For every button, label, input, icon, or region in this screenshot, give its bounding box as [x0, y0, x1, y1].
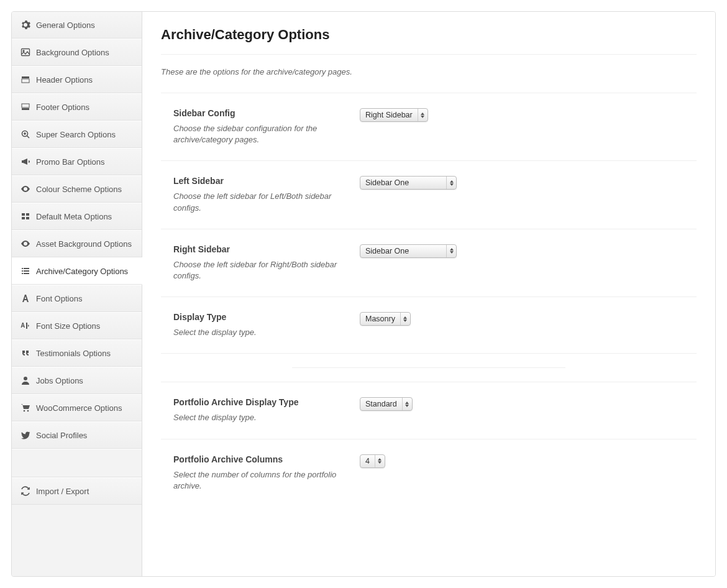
image-icon	[21, 47, 30, 57]
select-portfolio_display_type[interactable]: Standard	[360, 397, 413, 411]
sidebar-item-general[interactable]: General Options	[12, 12, 142, 39]
option-description: Select the display type.	[173, 412, 341, 423]
option-row-sidebar_config: Sidebar ConfigChoose the sidebar configu…	[161, 93, 697, 160]
options-list: Sidebar ConfigChoose the sidebar configu…	[161, 93, 697, 507]
svg-rect-9	[22, 217, 25, 219]
sidebar-item-social[interactable]: Social Profiles	[12, 421, 142, 449]
section-spacer	[161, 353, 697, 382]
svg-point-19	[27, 410, 29, 412]
sidebar-item-label: Social Profiles	[36, 431, 87, 440]
chevron-updown-icon	[418, 109, 428, 121]
sidebar-item-testimonials[interactable]: Testimonials Options	[12, 339, 142, 367]
footer-icon	[21, 102, 30, 112]
sidebar-item-label: WooCommerce Options	[36, 403, 122, 413]
sidebar-item-label: Jobs Options	[36, 376, 83, 385]
sidebar-item-woo[interactable]: WooCommerce Options	[12, 394, 142, 421]
svg-rect-4	[22, 104, 29, 108]
sidebar-item-footer[interactable]: Footer Options	[12, 93, 142, 121]
sidebar-item-label: General Options	[36, 21, 95, 30]
sidebar-item-label: Background Options	[36, 48, 109, 57]
sidebar-item-label: Import / Export	[36, 487, 89, 496]
svg-rect-2	[22, 76, 29, 78]
select-value: 4	[360, 457, 375, 466]
eye-icon	[21, 184, 30, 194]
svg-point-17	[24, 377, 27, 380]
chevron-updown-icon	[375, 455, 385, 467]
sidebar-item-label: Font Options	[36, 294, 82, 303]
sidebar-item-label: Promo Bar Options	[36, 157, 105, 167]
svg-rect-15	[22, 273, 23, 274]
sidebar-gap	[12, 449, 142, 477]
sidebar-item-background[interactable]: Background Options	[12, 39, 142, 66]
page-intro: These are the options for the archive/ca…	[161, 55, 697, 93]
refresh-icon	[21, 486, 30, 496]
page-title: Archive/Category Options	[161, 27, 697, 55]
user-icon	[21, 375, 30, 385]
option-description: Choose the sidebar configuration for the…	[173, 123, 341, 145]
option-title: Left Sidebar	[173, 176, 341, 186]
select-value: Right Sidebar	[360, 111, 418, 119]
sidebar-item-jobs[interactable]: Jobs Options	[12, 367, 142, 394]
option-description: Select the number of columns for the por…	[173, 469, 341, 492]
sidebar-item-promobar[interactable]: Promo Bar Options	[12, 148, 142, 175]
sidebar-item-supersearch[interactable]: Super Search Options	[12, 121, 142, 148]
megaphone-icon	[21, 157, 30, 167]
gear-icon	[21, 20, 30, 30]
list-icon	[21, 266, 30, 276]
select-portfolio_columns[interactable]: 4	[360, 454, 385, 468]
select-value: Sidebar One	[360, 247, 446, 255]
option-title: Portfolio Archive Display Type	[173, 397, 341, 407]
quote-icon	[21, 348, 30, 358]
svg-rect-10	[26, 217, 29, 219]
sidebar-item-colorscheme[interactable]: Colour Scheme Options	[12, 175, 142, 203]
sidebar-item-font[interactable]: Font Options	[12, 285, 142, 312]
sidebar-item-label: Footer Options	[36, 103, 89, 112]
sidebar-item-label: Super Search Options	[36, 130, 116, 139]
sidebar-item-importexport[interactable]: Import / Export	[12, 477, 142, 505]
sidebar-item-defaultmeta[interactable]: Default Meta Options	[12, 203, 142, 230]
sidebar-item-label: Colour Scheme Options	[36, 185, 122, 194]
option-row-portfolio_columns: Portfolio Archive ColumnsSelect the numb…	[161, 439, 697, 507]
chevron-updown-icon	[446, 177, 456, 189]
svg-rect-11	[22, 268, 23, 269]
sidebar-item-label: Testimonials Options	[36, 349, 111, 358]
svg-rect-13	[22, 270, 23, 272]
option-description: Select the display type.	[173, 327, 341, 338]
eye-icon	[21, 239, 30, 249]
svg-rect-14	[24, 270, 29, 272]
fontsize-icon	[21, 321, 30, 331]
option-row-portfolio_display_type: Portfolio Archive Display TypeSelect the…	[161, 382, 697, 438]
svg-rect-16	[24, 273, 29, 274]
option-row-right_sidebar: Right SidebarChoose the left sidebar for…	[161, 229, 697, 296]
sidebar-item-fontsize[interactable]: Font Size Options	[12, 312, 142, 339]
cart-icon	[21, 403, 30, 413]
select-value: Masonry	[360, 315, 400, 323]
select-right_sidebar[interactable]: Sidebar One	[360, 244, 457, 258]
sidebar-item-label: Archive/Category Options	[36, 267, 128, 276]
option-row-left_sidebar: Left SidebarChoose the left sidebar for …	[161, 160, 697, 228]
font-icon	[21, 293, 30, 303]
settings-panel: General OptionsBackground OptionsHeader …	[11, 11, 716, 577]
option-title: Sidebar Config	[173, 108, 341, 118]
zoom-icon	[21, 129, 30, 139]
select-left_sidebar[interactable]: Sidebar One	[360, 176, 457, 190]
select-display_type[interactable]: Masonry	[360, 312, 411, 326]
svg-rect-8	[26, 213, 29, 216]
sidebar-item-header[interactable]: Header Options	[12, 66, 142, 93]
sidebar-item-label: Asset Background Options	[36, 239, 132, 249]
option-title: Display Type	[173, 312, 341, 322]
svg-rect-12	[24, 268, 29, 269]
meta-icon	[21, 211, 30, 221]
sidebar-item-archive[interactable]: Archive/Category Options	[12, 257, 142, 285]
header-icon	[21, 75, 30, 85]
content-area: Archive/Category Options These are the o…	[142, 12, 715, 576]
sidebar: General OptionsBackground OptionsHeader …	[12, 12, 142, 576]
svg-point-1	[23, 50, 24, 52]
option-description: Choose the left sidebar for Left/Both si…	[173, 191, 341, 213]
select-sidebar_config[interactable]: Right Sidebar	[360, 108, 428, 122]
sidebar-item-label: Font Size Options	[36, 321, 100, 331]
sidebar-item-assetbg[interactable]: Asset Background Options	[12, 230, 142, 257]
twitter-icon	[21, 430, 30, 440]
option-description: Choose the left sidebar for Right/Both s…	[173, 259, 341, 282]
select-value: Sidebar One	[360, 178, 446, 187]
